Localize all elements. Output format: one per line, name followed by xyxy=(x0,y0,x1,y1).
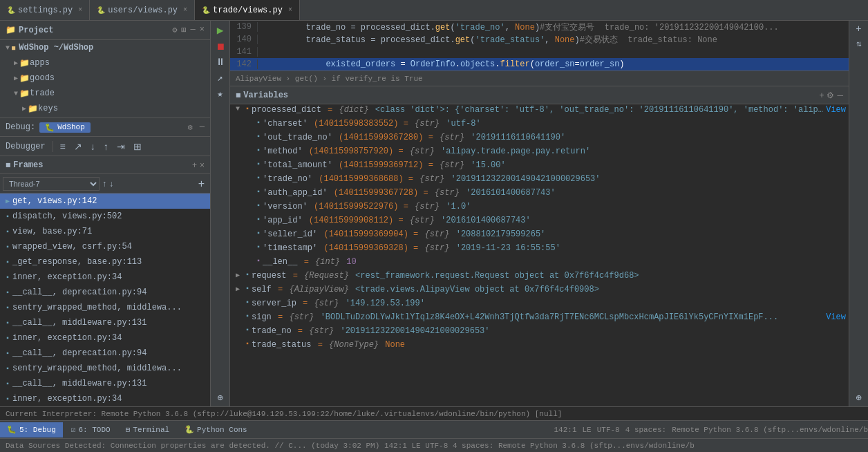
expand-processed-dict[interactable]: ▼ xyxy=(236,105,244,113)
frame-item-9[interactable]: ▪ inner, exception.py:34 xyxy=(0,330,210,346)
frame-down-btn[interactable]: ↓ xyxy=(109,179,113,189)
str-icon-trade-no-key: ▪ xyxy=(256,174,261,182)
bookmark-icon[interactable]: ★ xyxy=(217,88,223,100)
status-tab-python-cons[interactable]: 🐍 Python Cons xyxy=(178,422,254,437)
variables-icon: ◼ xyxy=(236,90,240,100)
step-over-side-icon[interactable]: ↗ xyxy=(217,72,223,84)
status-tab-terminal[interactable]: ⊟ Terminal xyxy=(119,422,176,437)
frame-item-3[interactable]: ▪ wrapped_view, csrf.py:54 xyxy=(0,239,210,254)
minimize-icon[interactable]: × xyxy=(200,25,205,35)
var-type-total-amount: {str} xyxy=(440,160,464,170)
run-icon[interactable]: ▶ xyxy=(217,23,224,37)
view-link-sign[interactable]: View xyxy=(826,312,846,322)
debug-side-strip: ▶ ⏹ ⏸ ↗ ★ ⊕ xyxy=(211,21,230,406)
view-link-0[interactable]: View xyxy=(826,105,846,115)
frame-label-6: __call__, deprecation.py:94 xyxy=(12,288,147,297)
frame-item-10[interactable]: ▪ __call__, deprecation.py:94 xyxy=(0,346,210,361)
var-value-app-id: '2016101400687743' xyxy=(436,216,846,225)
stop-icon[interactable]: ⏹ xyxy=(216,41,225,53)
tree-item-keys[interactable]: ▶ 📁 keys xyxy=(0,101,210,116)
settings-close-icon[interactable]: × xyxy=(78,6,82,14)
frame-item-11[interactable]: ▪ sentry_wrapped_method, middlewa... xyxy=(0,361,210,376)
debug-settings-icon[interactable]: ⚙ xyxy=(188,122,193,133)
var-name-server-ip: server_ip xyxy=(252,299,296,308)
variables-panel: ◼ Variables + ⚙ ─ ▼ ▪ processed_dict = {… xyxy=(230,86,849,406)
var-assign-version: (140115999522976) = xyxy=(309,202,413,211)
thread-select[interactable]: Thread-7 xyxy=(3,177,100,191)
variables-settings-btn[interactable]: ⚙ xyxy=(827,91,834,100)
add-frame-btn[interactable]: + xyxy=(196,178,207,190)
debug-minimize-icon[interactable]: ─ xyxy=(200,122,205,132)
frame-up-btn[interactable]: ↑ xyxy=(102,179,106,189)
frame-item-0[interactable]: ▶ get, views.py:142 xyxy=(0,194,210,209)
sort-icon[interactable]: ⇅ xyxy=(856,39,861,49)
frame-item-8[interactable]: ▪ __call__, middleware.py:131 xyxy=(0,315,210,330)
tab-settings[interactable]: 🐍 settings.py × xyxy=(0,0,90,20)
tree-item-wdshop[interactable]: ▼ ◾ WdShop ~/WdShop xyxy=(0,40,210,55)
tree-item-apps[interactable]: ▶ 📁 apps xyxy=(0,55,210,70)
settings-icon[interactable]: ─ xyxy=(191,25,196,35)
str-icon-app-id: ▪ xyxy=(256,216,261,223)
indent-info: 4 spaces: xyxy=(625,426,666,434)
layout-icon[interactable]: ⊞ xyxy=(181,25,186,35)
main-area: 📁 Project ⚙ ⊞ ─ × ▼ ◾ WdShop ~/WdShop xyxy=(0,21,868,406)
expand-request[interactable]: ▶ xyxy=(236,271,244,279)
variables-add-btn[interactable]: + xyxy=(819,91,824,100)
dbg-run-cursor-btn[interactable]: ⇥ xyxy=(114,140,128,153)
frame-icon-8: ▪ xyxy=(6,319,10,327)
str-icon-auth-app-id: ▪ xyxy=(256,188,261,196)
expand-self[interactable]: ▶ xyxy=(236,285,244,293)
dbg-eval-btn[interactable]: ⊞ xyxy=(131,140,144,153)
frame-item-4[interactable]: ▪ _get_response, base.py:113 xyxy=(0,254,210,270)
users-views-close-icon[interactable]: × xyxy=(183,6,187,14)
var-value-seller-id: '2088102179599265' xyxy=(451,229,846,239)
tab-users-views[interactable]: 🐍 users/views.py × xyxy=(90,0,195,20)
var-name-request: request xyxy=(252,271,286,281)
pause-icon[interactable]: ⏸ xyxy=(216,57,225,68)
frames-list: ▶ get, views.py:142 ▪ dispatch, views.py… xyxy=(0,194,210,406)
settings-tab-label: settings.py xyxy=(18,6,73,15)
right-content: 139 trade_no = processed_dict.get('trade… xyxy=(230,21,849,406)
frame-item-1[interactable]: ▪ dispatch, views.py:502 xyxy=(0,209,210,224)
variables-close-btn[interactable]: ─ xyxy=(837,91,843,100)
frame-label-9: inner, exception.py:34 xyxy=(12,333,122,343)
debug-app-badge[interactable]: 🐛 WdShop xyxy=(39,122,91,133)
frame-item-6[interactable]: ▪ __call__, deprecation.py:94 xyxy=(0,285,210,300)
frames-close-btn[interactable]: × xyxy=(200,160,205,170)
var-total-amount: ▪ 'total_amount' (140115999369712) = {st… xyxy=(233,160,849,173)
frame-item-12[interactable]: ▪ __call__, middleware.py:131 xyxy=(0,376,210,391)
tree-item-goods[interactable]: ▶ 📁 goods xyxy=(0,70,210,86)
status-tab-debug[interactable]: 🐛 5: Debug xyxy=(0,422,63,437)
status-tab-todo[interactable]: ☑ 6: TODO xyxy=(64,422,117,437)
trade-label: trade xyxy=(30,88,55,98)
tab-bar: 🐍 settings.py × 🐍 users/views.py × 🐍 tra… xyxy=(0,0,868,21)
add-watch-icon[interactable]: + xyxy=(856,23,861,35)
tree-item-trade[interactable]: ▼ 📁 trade xyxy=(0,86,210,101)
glasses2-icon[interactable]: ⊕ xyxy=(856,392,861,404)
dbg-menu-btn[interactable]: ≡ xyxy=(57,140,68,153)
debug-label: Debug: xyxy=(6,122,35,132)
frame-label-1: dispatch, views.py:502 xyxy=(12,211,122,221)
glasses-icon[interactable]: ⊕ xyxy=(217,392,223,404)
project-panel: 📁 Project ⚙ ⊞ ─ × ▼ ◾ WdShop ~/WdShop xyxy=(0,21,210,117)
dbg-step-over-btn[interactable]: ↗ xyxy=(71,140,85,153)
str-icon-seller-id: ▪ xyxy=(256,229,261,237)
var-app-id: ▪ 'app_id' (140115999908112) = {str} '20… xyxy=(233,215,849,229)
frames-panel-btn[interactable]: + xyxy=(192,160,197,170)
dbg-step-out-btn[interactable]: ↑ xyxy=(101,140,111,153)
var-name-timestamp: 'timestamp' xyxy=(263,243,317,253)
dbg-step-into-btn[interactable]: ↓ xyxy=(88,140,98,153)
frame-item-7[interactable]: ▪ sentry_wrapped_method, middlewa... xyxy=(0,300,210,315)
trade-views-close-icon[interactable]: × xyxy=(288,6,292,14)
frame-item-13[interactable]: ▪ inner, exception.py:34 xyxy=(0,391,210,406)
var-assign-charset: (140115998383552) = xyxy=(309,119,413,129)
frame-item-2[interactable]: ▪ view, base.py:71 xyxy=(0,224,210,239)
tab-trade-views[interactable]: 🐍 trade/views.py × xyxy=(195,0,300,20)
var-name-len: __len__ xyxy=(263,257,297,267)
line-num-142: 142 xyxy=(230,59,258,69)
frame-icon-13: ▪ xyxy=(6,395,10,403)
cog-icon[interactable]: ⚙ xyxy=(172,25,177,35)
var-assign-sign: = xyxy=(273,312,288,322)
frame-item-5[interactable]: ▪ inner, exception.py:34 xyxy=(0,270,210,285)
frame-icon-12: ▪ xyxy=(6,380,10,388)
